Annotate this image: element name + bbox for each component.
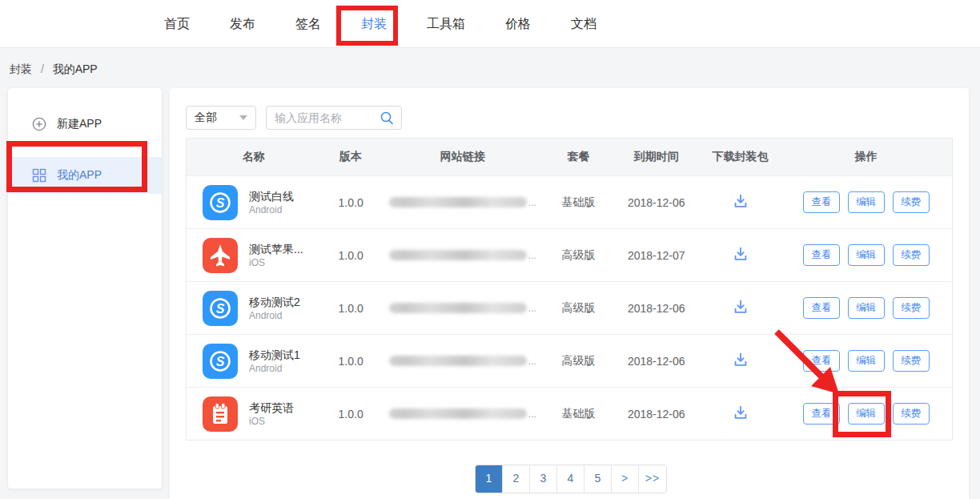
link-ellipsis: ... bbox=[528, 250, 536, 261]
expiry-date: 2018-12-06 bbox=[612, 408, 701, 421]
s-logo-icon: S bbox=[203, 185, 238, 220]
column-header: 到期时间 bbox=[612, 150, 701, 164]
app-platform: Android bbox=[249, 362, 300, 375]
nav-tab-封装[interactable]: 封装 bbox=[361, 16, 387, 33]
last-page-button[interactable]: >> bbox=[639, 465, 666, 493]
expiry-date: 2018-12-06 bbox=[612, 355, 701, 368]
website-link-cell: ... bbox=[381, 356, 545, 367]
category-select[interactable]: 全部 bbox=[186, 106, 256, 130]
page-button-2[interactable]: 2 bbox=[503, 465, 530, 493]
expiry-date: 2018-12-07 bbox=[612, 249, 701, 262]
app-version: 1.0.0 bbox=[321, 408, 381, 421]
link-ellipsis: ... bbox=[528, 197, 536, 208]
app-name: 测试白线 bbox=[249, 189, 294, 203]
view-button[interactable]: 查看 bbox=[803, 297, 840, 319]
page-button-4[interactable]: 4 bbox=[557, 465, 584, 493]
page-button-1[interactable]: 1 bbox=[476, 465, 503, 493]
app-name: 移动测试1 bbox=[249, 348, 300, 362]
renew-button[interactable]: 续费 bbox=[893, 244, 930, 266]
nav-tab-工具箱[interactable]: 工具箱 bbox=[427, 16, 465, 33]
app-name-block: 移动测试1Android bbox=[249, 348, 300, 375]
download-icon[interactable] bbox=[732, 404, 749, 421]
edit-button[interactable]: 编辑 bbox=[848, 191, 885, 213]
sidebar-item-label: 新建APP bbox=[57, 117, 102, 131]
edit-button[interactable]: 编辑 bbox=[848, 244, 885, 266]
breadcrumb: 封装 / 我的APP bbox=[10, 62, 98, 77]
sidebar-item-my-app[interactable]: 我的APP bbox=[8, 157, 162, 194]
expiry-date: 2018-12-06 bbox=[612, 302, 701, 315]
plan-badge: 高级版 bbox=[544, 301, 612, 316]
download-icon[interactable] bbox=[732, 351, 749, 368]
grid-icon bbox=[32, 168, 46, 183]
renew-button[interactable]: 续费 bbox=[893, 350, 930, 372]
blurred-link bbox=[389, 356, 527, 366]
blurred-link bbox=[389, 250, 527, 260]
table-row: 考研英语iOS1.0.0...基础版2018-12-06查看编辑续费 bbox=[187, 387, 952, 440]
renew-button[interactable]: 续费 bbox=[893, 191, 930, 213]
chevron-down-icon bbox=[239, 115, 247, 120]
nav-tab-价格[interactable]: 价格 bbox=[505, 16, 531, 33]
app-name: 移动测试2 bbox=[249, 295, 300, 309]
next-page-button[interactable]: > bbox=[612, 465, 639, 493]
category-select-value: 全部 bbox=[195, 111, 217, 125]
breadcrumb-section[interactable]: 封装 bbox=[10, 62, 32, 75]
expiry-date: 2018-12-06 bbox=[612, 196, 701, 209]
view-button[interactable]: 查看 bbox=[803, 350, 840, 372]
actions-cell: 查看编辑续费 bbox=[780, 403, 952, 425]
column-header: 操作 bbox=[780, 150, 952, 164]
renew-button[interactable]: 续费 bbox=[893, 403, 930, 425]
view-button[interactable]: 查看 bbox=[803, 191, 840, 213]
sidebar-item-label: 我的APP bbox=[57, 168, 102, 183]
view-button[interactable]: 查看 bbox=[803, 244, 840, 266]
airplane-icon bbox=[203, 238, 238, 273]
sidebar: 新建APP 我的APP bbox=[8, 88, 162, 489]
blurred-link bbox=[389, 303, 527, 313]
download-icon[interactable] bbox=[732, 192, 749, 210]
app-name-block: 测试白线Android bbox=[249, 189, 294, 216]
plan-badge: 基础版 bbox=[544, 407, 612, 421]
app-version: 1.0.0 bbox=[321, 302, 381, 315]
website-link-cell: ... bbox=[381, 303, 545, 314]
s-logo-icon: S bbox=[203, 344, 238, 379]
app-name-cell: S移动测试2Android bbox=[187, 291, 321, 326]
sidebar-item-new-app[interactable]: 新建APP bbox=[8, 106, 162, 143]
app-platform: Android bbox=[249, 309, 300, 322]
table-header-row: 名称版本网站链接套餐到期时间下载封装包操作 bbox=[187, 139, 952, 175]
actions-cell: 查看编辑续费 bbox=[780, 297, 952, 319]
actions-cell: 查看编辑续费 bbox=[780, 244, 952, 266]
plan-badge: 基础版 bbox=[544, 195, 612, 210]
renew-button[interactable]: 续费 bbox=[893, 297, 930, 319]
app-name-block: 移动测试2Android bbox=[249, 295, 300, 322]
top-navigation-bar: 首页发布签名封装工具箱价格文档 bbox=[0, 0, 980, 48]
nav-tab-首页[interactable]: 首页 bbox=[164, 16, 190, 33]
view-button[interactable]: 查看 bbox=[803, 403, 840, 425]
column-header: 名称 bbox=[187, 150, 321, 164]
app-version: 1.0.0 bbox=[321, 355, 381, 368]
edit-button[interactable]: 编辑 bbox=[848, 350, 885, 372]
edit-button[interactable]: 编辑 bbox=[848, 403, 885, 425]
table-row: S测试白线Android1.0.0...基础版2018-12-06查看编辑续费 bbox=[187, 175, 952, 228]
search-icon[interactable] bbox=[379, 110, 395, 126]
page-button-3[interactable]: 3 bbox=[530, 465, 557, 493]
edit-button[interactable]: 编辑 bbox=[848, 297, 885, 319]
svg-text:S: S bbox=[216, 195, 225, 209]
column-header: 下载封装包 bbox=[701, 150, 781, 164]
link-ellipsis: ... bbox=[528, 356, 536, 367]
download-icon[interactable] bbox=[732, 298, 749, 316]
nav-tab-发布[interactable]: 发布 bbox=[230, 16, 255, 33]
download-cell bbox=[701, 351, 781, 371]
plus-circle-icon bbox=[32, 117, 46, 131]
search-input[interactable] bbox=[275, 111, 379, 124]
download-icon[interactable] bbox=[732, 245, 749, 263]
s-logo-icon: S bbox=[203, 291, 238, 326]
pagination: 12345>>> bbox=[475, 465, 667, 493]
breadcrumb-separator: / bbox=[41, 62, 44, 75]
main-content: 全部 名称版本网站链接套餐到期时间下载封装包操作 S测试白线Android1.0… bbox=[170, 88, 969, 499]
table-body: S测试白线Android1.0.0...基础版2018-12-06查看编辑续费测… bbox=[187, 175, 952, 440]
nav-tab-文档[interactable]: 文档 bbox=[571, 16, 596, 33]
nav-menu: 首页发布签名封装工具箱价格文档 bbox=[164, 0, 596, 48]
app-platform: iOS bbox=[249, 256, 303, 269]
page-button-5[interactable]: 5 bbox=[584, 465, 612, 493]
table-row: S移动测试2Android1.0.0...高级版2018-12-06查看编辑续费 bbox=[187, 281, 952, 334]
nav-tab-签名[interactable]: 签名 bbox=[295, 16, 321, 33]
